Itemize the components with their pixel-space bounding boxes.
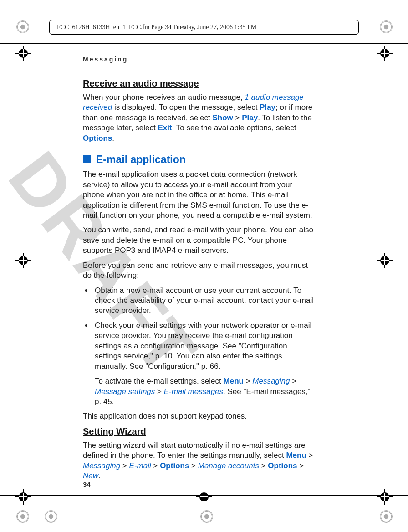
ui-label: Options <box>160 461 189 470</box>
ui-label: Options <box>83 134 112 143</box>
para-email-4: This application does not support keypad… <box>83 411 315 421</box>
text: To activate the e-mail settings, select <box>95 377 224 385</box>
text: > <box>151 461 160 470</box>
text: is displayed. To open the message, selec… <box>112 103 260 112</box>
section-square-icon <box>83 155 91 163</box>
text: > <box>306 451 313 460</box>
para-email-2: You can write, send, and read e-mail wit… <box>83 225 315 256</box>
ui-label: Exit <box>158 123 172 132</box>
heading-text: E-mail application <box>96 153 186 165</box>
list-item: Check your e-mail settings with your net… <box>83 321 315 372</box>
text: . To see the available options, select <box>172 123 296 132</box>
para-email-3: Before you can send and retrieve any e-m… <box>83 261 315 281</box>
crop-mark-icon <box>377 253 393 268</box>
svg-point-1 <box>20 25 25 29</box>
svg-point-5 <box>20 514 25 519</box>
page-header-box: FCC_6126H_6133H_en_1_FCC.fm Page 34 Tues… <box>49 20 359 35</box>
text: > <box>233 113 242 122</box>
page-header-text: FCC_6126H_6133H_en_1_FCC.fm Page 34 Tues… <box>57 24 256 31</box>
text: . <box>112 134 114 143</box>
heading-email-application: E-mail application <box>83 153 315 166</box>
text: When your phone receives an audio messag… <box>83 93 245 102</box>
heading-receive-audio: Receive an audio message <box>83 78 315 89</box>
text: . <box>98 471 101 480</box>
text: > <box>155 387 163 396</box>
ui-label: Options <box>268 461 297 470</box>
ui-label: E-mail <box>129 461 151 470</box>
bullet-list: Obtain a new e-mail account or use your … <box>83 286 315 372</box>
crop-mark-icon <box>377 46 393 61</box>
list-item: Obtain a new e-mail account or use your … <box>83 286 315 316</box>
registration-mark-icon <box>16 20 29 33</box>
ui-label: Play <box>242 113 258 122</box>
ui-label: New <box>83 471 98 480</box>
heading-setting-wizard: Setting Wizard <box>83 426 315 437</box>
text: > <box>290 377 297 385</box>
ui-label: Messaging <box>252 377 290 385</box>
ui-label: Play <box>260 103 275 112</box>
text: > <box>189 461 198 470</box>
text: The setting wizard will start automatica… <box>83 441 305 460</box>
page-content: Messaging Receive an audio message When … <box>83 56 315 486</box>
svg-point-7 <box>384 514 388 519</box>
ui-label: Message settings <box>95 387 155 396</box>
crop-mark-icon <box>15 253 31 268</box>
text: > <box>244 377 252 385</box>
registration-mark-icon <box>16 510 29 523</box>
registration-mark-icon <box>200 510 213 523</box>
crop-mark-icon <box>15 489 31 505</box>
ui-label: Show <box>212 113 233 122</box>
ui-label: Messaging <box>83 461 120 470</box>
page-number: 34 <box>83 481 91 488</box>
ui-label: E-mail messages <box>164 387 223 396</box>
para-email-1: The e-mail application uses a packet dat… <box>83 169 315 220</box>
running-head: Messaging <box>83 56 315 63</box>
crop-mark-icon <box>15 46 31 61</box>
crop-mark-icon <box>377 489 393 505</box>
crop-mark-icon <box>196 489 212 505</box>
text: > <box>120 461 129 470</box>
registration-mark-icon <box>45 510 57 523</box>
registration-mark-icon <box>380 510 393 523</box>
registration-mark-icon <box>380 20 393 33</box>
para-receive: When your phone receives an audio messag… <box>83 92 315 143</box>
rule-top <box>0 43 408 44</box>
ui-label: Menu <box>286 451 306 460</box>
text: > <box>297 461 304 470</box>
text: > <box>259 461 268 470</box>
svg-point-9 <box>49 514 53 519</box>
para-wizard: The setting wizard will start automatica… <box>83 440 315 481</box>
svg-point-11 <box>204 514 209 519</box>
list-continuation: To activate the e-mail settings, select … <box>83 376 315 407</box>
ui-label: Menu <box>224 377 244 385</box>
svg-point-3 <box>384 25 388 29</box>
ui-label: Manage accounts <box>198 461 259 470</box>
